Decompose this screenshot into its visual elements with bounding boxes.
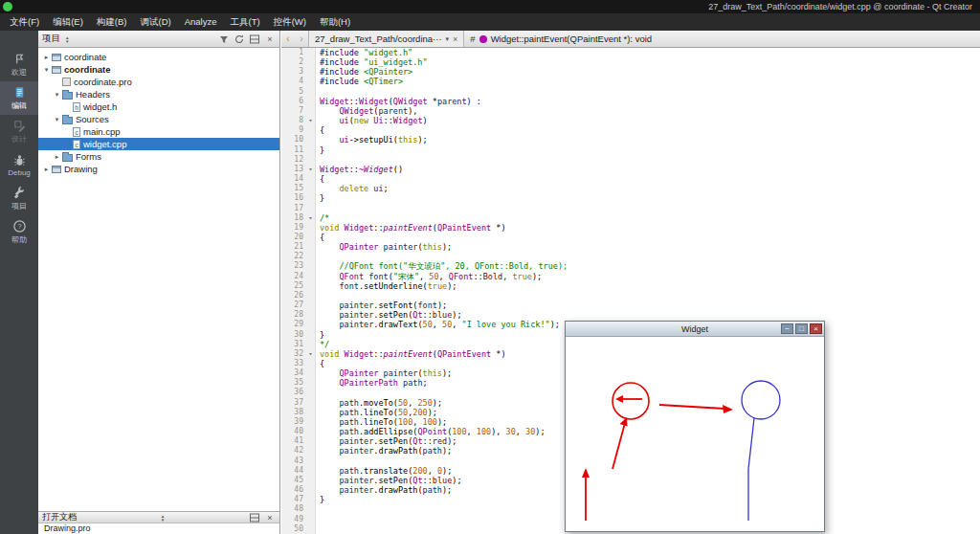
fold-margin [306, 57, 316, 67]
minimize-button[interactable]: − [781, 323, 793, 334]
tree-expander-icon[interactable]: ▾ [42, 66, 51, 74]
forward-icon[interactable]: › [295, 33, 308, 44]
code-text: { [316, 125, 324, 135]
split-icon[interactable] [249, 33, 260, 45]
menu-item-7[interactable]: 帮助(H) [313, 13, 357, 31]
menu-item-0[interactable]: 文件(F) [3, 13, 46, 31]
line-number: 2 [281, 57, 306, 67]
code-line[interactable]: 16} [281, 193, 980, 203]
tree-item-coordinate.pro[interactable]: coordinate.pro [38, 76, 279, 88]
fold-marker-icon[interactable]: ▾ [306, 213, 316, 223]
mode-edit[interactable]: 编辑 [0, 81, 38, 115]
tree-item-Headers[interactable]: ▾Headers [38, 88, 279, 100]
tree-item-Drawing[interactable]: ▸Drawing [38, 163, 279, 175]
tree-item-widget.cpp[interactable]: widget.cpp [38, 138, 279, 150]
edit-icon [12, 85, 27, 100]
document-tab[interactable]: 27_draw_Text_Path/coordina··· ▾ × [308, 31, 464, 47]
menu-item-3[interactable]: 调试(D) [133, 13, 177, 31]
menu-item-1[interactable]: 编辑(E) [46, 13, 90, 31]
mode-projects[interactable]: 项目 [0, 182, 38, 215]
code-text: #include "widget.h" [316, 48, 412, 57]
code-line[interactable]: 3#include <QPainter> [281, 67, 980, 77]
code-line[interactable]: 14{ [281, 174, 980, 184]
code-text: path.addEllipse(QPoint(100, 100), 30, 30… [316, 427, 546, 436]
code-line[interactable]: 28 painter.setPen(Qt::blue); [281, 310, 980, 320]
tree-item-main.cpp[interactable]: main.cpp [38, 125, 279, 138]
line-number: 13 [281, 165, 306, 174]
close-panel-icon[interactable]: × [264, 33, 276, 45]
code-line[interactable]: 24 QFont font("宋体", 50, QFont::Bold, tru… [281, 272, 980, 281]
tree-item-coordinate[interactable]: ▸coordinate [38, 51, 279, 63]
code-line[interactable]: 11} [281, 145, 980, 155]
symbol-selector[interactable]: # Widget::paintEvent(QPaintEvent *): voi… [464, 33, 657, 44]
code-line[interactable]: 1#include "widget.h" [281, 48, 980, 57]
code-line[interactable]: 23 //QFont font("华文琥珀", 20, QFont::Bold,… [281, 261, 980, 271]
widget-window-titlebar[interactable]: Widget − □ × [566, 322, 824, 337]
od-split-icon[interactable] [249, 512, 260, 523]
menu-item-2[interactable]: 构建(B) [90, 13, 134, 31]
tree-expander-icon[interactable]: ▸ [42, 166, 51, 173]
fold-marker-icon[interactable]: ▾ [306, 165, 316, 174]
code-line[interactable]: 4#include <QTimer> [281, 77, 980, 86]
code-line[interactable]: 20{ [281, 233, 980, 242]
code-line[interactable]: 17 [281, 204, 980, 213]
code-line[interactable]: 7 QWidget(parent), [281, 106, 980, 116]
code-line[interactable]: 19void Widget::paintEvent(QPaintEvent *) [281, 223, 980, 233]
code-line[interactable]: 18▾/* [281, 213, 980, 223]
code-text: QPainter painter(this); [316, 242, 452, 252]
code-line[interactable]: 12 [281, 155, 980, 165]
tree-expander-icon[interactable]: ▸ [53, 153, 61, 161]
tree-item-coordinate[interactable]: ▾coordinate [38, 63, 279, 76]
fold-marker-icon[interactable]: ▾ [306, 116, 316, 125]
code-line[interactable]: 25 font.setUnderline(true); [281, 281, 980, 291]
code-text [316, 515, 320, 524]
mode-help[interactable]: ? 帮助 [0, 215, 38, 249]
code-text: ui->setupUi(this); [316, 135, 428, 145]
line-number: 46 [281, 485, 306, 495]
code-line[interactable]: 6Widget::Widget(QWidget *parent) : [281, 97, 980, 106]
od-close-icon[interactable]: × [264, 512, 276, 523]
od-combo-arrows-icon[interactable]: ▴▾ [162, 514, 165, 522]
menu-item-4[interactable]: Analyze [178, 13, 224, 31]
mode-debug[interactable]: Debug [0, 148, 38, 182]
tree-label: Headers [76, 89, 110, 100]
fold-marker-icon[interactable]: ▾ [306, 349, 316, 359]
code-text: path.lineTo(50,200); [316, 408, 437, 417]
mode-design[interactable]: 设计 [0, 115, 38, 148]
tree-expander-icon[interactable]: ▾ [53, 116, 61, 123]
tab-close-icon[interactable]: × [453, 34, 457, 44]
code-line[interactable]: 21 QPainter painter(this); [281, 242, 980, 252]
open-document-item[interactable]: Drawing.pro [38, 523, 279, 534]
open-documents-list: Drawing.pro [38, 523, 279, 534]
code-line[interactable]: 15 delete ui; [281, 184, 980, 193]
filter-icon[interactable] [218, 33, 230, 45]
sync-icon[interactable] [234, 33, 245, 45]
code-line[interactable]: 26 [281, 291, 980, 300]
tree-item-Forms[interactable]: ▸Forms [38, 150, 279, 163]
code-line[interactable]: 8▾ ui(new Ui::Widget) [281, 116, 980, 125]
mode-welcome[interactable]: 欢迎 [0, 48, 38, 81]
tree-item-widget.h[interactable]: widget.h [38, 100, 279, 113]
menu-item-6[interactable]: 控件(W) [267, 13, 313, 31]
back-icon[interactable]: ‹ [281, 33, 295, 44]
tree-expander-icon[interactable]: ▾ [53, 91, 61, 99]
tab-dropdown-icon[interactable]: ▾ [446, 35, 450, 43]
code-line[interactable]: 10 ui->setupUi(this); [281, 135, 980, 145]
maximize-button[interactable]: □ [795, 323, 808, 334]
code-line[interactable]: 22 [281, 252, 980, 261]
widget-window[interactable]: Widget − □ × [565, 321, 825, 532]
fold-margin [306, 155, 316, 165]
close-button[interactable]: × [810, 323, 822, 334]
code-line[interactable]: 27 painter.setFont(font); [281, 300, 980, 310]
menu-item-5[interactable]: 工具(T) [224, 13, 267, 31]
code-line[interactable]: 13▾Widget::~Widget() [281, 165, 980, 174]
panel-combo-arrows-icon[interactable]: ▴▾ [66, 35, 69, 43]
code-line[interactable]: 9{ [281, 125, 980, 135]
tree-expander-icon[interactable]: ▸ [42, 54, 51, 61]
code-line[interactable]: 5 [281, 87, 980, 97]
code-text: } [316, 193, 324, 203]
code-line[interactable]: 2#include "ui_widget.h" [281, 57, 980, 67]
line-number: 21 [281, 242, 306, 252]
tree-item-Sources[interactable]: ▾Sources [38, 113, 279, 125]
fold-margin [306, 359, 316, 368]
